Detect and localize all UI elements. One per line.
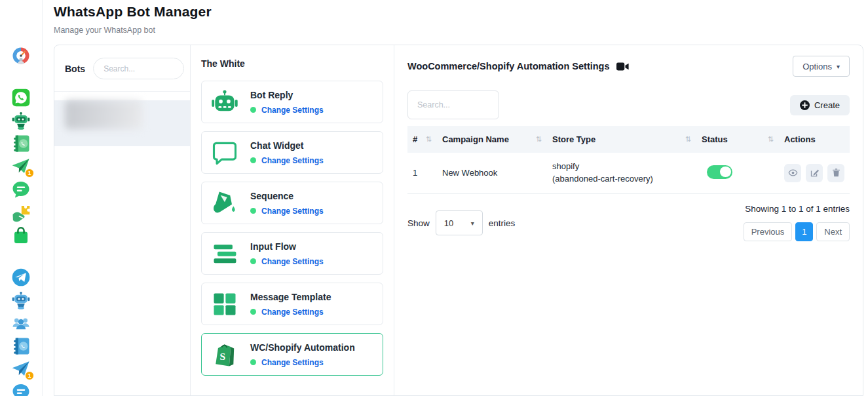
menu-item-bot-reply[interactable]: Bot Reply Change Settings	[201, 81, 383, 123]
entries-summary: Showing 1 to 1 of 1 entries	[745, 204, 850, 214]
sidebar-item-dashboard[interactable]	[10, 46, 31, 66]
row-index: 1	[407, 153, 437, 193]
pagination: Previous 1 Next	[744, 222, 850, 241]
telegram-chat-icon	[11, 382, 31, 396]
automation-settings-panel: WooCommerce/Shopify Automation Settings …	[394, 45, 863, 395]
sort-icon: ⇅	[426, 135, 432, 144]
bot-list-item-selected[interactable]	[54, 100, 190, 146]
sidebar-item-telegram-chat[interactable]	[10, 382, 31, 396]
whatsapp-contacts-icon	[11, 134, 31, 153]
table-header-row: #⇅ Campaign Name⇅ Store Type⇅ Status⇅ Ac…	[407, 126, 850, 153]
next-page-button[interactable]: Next	[816, 222, 850, 241]
app-root: 1	[0, 0, 868, 396]
sidebar-item-store[interactable]	[10, 226, 31, 245]
menu-item-wc-shopify-automation[interactable]: S WC/Shopify Automation Change Settings	[201, 333, 383, 376]
status-dot	[250, 157, 256, 163]
options-button[interactable]: Options ▾	[793, 56, 850, 77]
whatsapp-chat-icon	[11, 180, 31, 199]
edit-icon	[810, 168, 820, 178]
status-dot	[250, 359, 256, 365]
sidebar-item-integrations[interactable]	[10, 203, 31, 222]
bot-manager-card: Bots The White	[54, 45, 863, 396]
menu-item-chat-widget[interactable]: Chat Widget Change Settings	[201, 131, 383, 174]
sidebar-item-telegram-groups[interactable]	[10, 313, 31, 333]
sidebar-item-telegram[interactable]	[10, 267, 31, 287]
panel-title: WooCommerce/Shopify Automation Settings	[407, 61, 610, 71]
change-settings-link[interactable]: Change Settings	[261, 156, 324, 165]
column-header-actions: Actions	[779, 126, 850, 153]
sort-icon: ⇅	[768, 135, 774, 144]
column-header-status[interactable]: Status⇅	[696, 126, 779, 153]
previous-page-button[interactable]: Previous	[744, 222, 793, 241]
status-dot	[250, 107, 256, 113]
sidebar-item-telegram-campaign[interactable]: 1	[10, 359, 31, 379]
menu-item-label: Chat Widget	[250, 140, 324, 151]
change-settings-link[interactable]: Change Settings	[261, 207, 324, 216]
sidebar-item-telegram-bot[interactable]	[10, 290, 31, 310]
telegram-icon	[11, 267, 31, 287]
table-row: 1 New Webhook shopify (abandoned-cart-re…	[407, 153, 850, 193]
menu-item-label: Message Template	[250, 292, 331, 302]
page-1-button[interactable]: 1	[795, 222, 813, 241]
store-icon	[11, 226, 31, 245]
status-cell	[696, 153, 779, 193]
telegram-contacts-icon	[11, 336, 31, 356]
edit-button[interactable]	[806, 164, 823, 182]
toggle-knob	[720, 167, 731, 178]
status-dot	[250, 258, 256, 264]
video-camera-icon	[616, 62, 629, 71]
chevron-down-icon: ▾	[471, 220, 474, 227]
sidebar-item-whatsapp-chat[interactable]	[10, 180, 31, 199]
column-header-index[interactable]: #⇅	[407, 126, 437, 153]
telegram-bot-icon	[11, 290, 31, 310]
sort-icon: ⇅	[685, 135, 691, 144]
menu-item-message-template[interactable]: Message Template Change Settings	[201, 283, 383, 325]
sidebar-item-whatsapp-bot[interactable]	[10, 111, 31, 130]
menu-item-label: Sequence	[250, 191, 324, 201]
menu-item-input-flow[interactable]: Input Flow Change Settings	[201, 232, 383, 275]
page-subtitle: Manage your WhatsApp bot	[54, 26, 863, 35]
whatsapp-bot-icon	[11, 111, 31, 130]
change-settings-link[interactable]: Change Settings	[261, 106, 324, 115]
campaign-name-cell: New Webhook	[437, 153, 547, 193]
delete-button[interactable]	[827, 164, 844, 182]
sidebar-item-telegram-contacts[interactable]	[10, 336, 31, 356]
bots-label: Bots	[65, 64, 85, 74]
change-settings-link[interactable]: Change Settings	[261, 257, 324, 266]
tutorial-video-button[interactable]	[616, 62, 629, 71]
message-template-icon	[210, 290, 239, 319]
campaigns-table: #⇅ Campaign Name⇅ Store Type⇅ Status⇅ Ac…	[407, 126, 850, 194]
change-settings-link[interactable]: Change Settings	[261, 307, 324, 317]
column-header-campaign-name[interactable]: Campaign Name⇅	[437, 126, 547, 153]
table-search-input[interactable]	[407, 90, 499, 119]
column-header-store-type[interactable]: Store Type⇅	[547, 126, 696, 153]
actions-cell	[779, 153, 850, 193]
bots-panel: Bots	[54, 45, 191, 395]
store-type-cell: shopify (abandoned-cart-recovery)	[547, 153, 696, 193]
shopify-icon: S	[210, 340, 239, 369]
dashboard-icon	[11, 46, 31, 66]
sidebar-item-whatsapp-campaign[interactable]: 1	[10, 157, 31, 176]
view-button[interactable]	[784, 164, 801, 182]
whatsapp-icon	[11, 88, 31, 108]
campaign-badge: 1	[25, 371, 34, 380]
bots-search-input[interactable]	[93, 58, 184, 79]
menu-item-label: WC/Shopify Automation	[250, 342, 355, 353]
sidebar-item-whatsapp-contacts[interactable]	[10, 134, 31, 153]
page-title: WhatsApp Bot Manager	[54, 4, 863, 20]
sequence-icon	[210, 189, 239, 218]
change-settings-link[interactable]: Change Settings	[261, 358, 324, 367]
status-toggle[interactable]	[707, 165, 732, 179]
sidebar-item-whatsapp[interactable]	[10, 88, 31, 108]
icon-sidebar: 1	[0, 0, 43, 396]
entries-label: entries	[489, 218, 516, 228]
page-size-select[interactable]: 10 ▾	[436, 210, 483, 235]
menu-item-label: Input Flow	[250, 241, 324, 252]
menu-item-sequence[interactable]: Sequence Change Settings	[201, 182, 383, 224]
caret-down-icon: ▾	[837, 63, 840, 70]
trash-icon	[831, 168, 841, 178]
chat-widget-icon	[210, 138, 239, 167]
create-button[interactable]: Create	[790, 95, 850, 115]
status-dot	[250, 208, 256, 214]
campaign-badge: 1	[25, 168, 34, 178]
